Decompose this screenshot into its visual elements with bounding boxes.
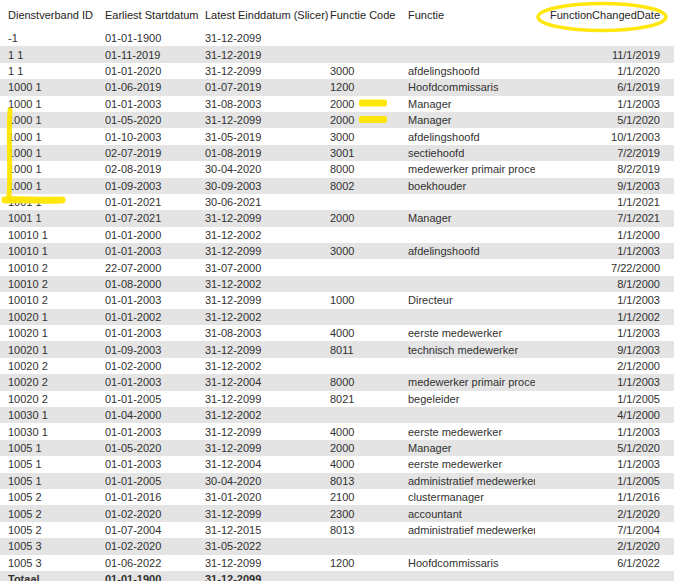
cell-dienstverband-id[interactable]: 1 1 [0,63,97,79]
cell-latest-einddatum[interactable]: 31-12-2099 [197,112,322,128]
cell-earliest-startdatum[interactable]: 01-01-1900 [97,30,197,46]
cell-functie[interactable] [400,358,535,374]
table-row[interactable]: 10030 101-04-200031-12-20024/1/2000 [0,407,674,423]
column-header-latest-einddatum[interactable]: Latest Einddatum (Slicer) [197,0,322,30]
cell-latest-einddatum[interactable]: 31-12-2099 [197,30,322,46]
cell-functie[interactable]: Hoofdcommissaris [400,79,535,95]
cell-functionchangeddate[interactable]: 6/1/2022 [535,555,674,571]
cell-dienstverband-id[interactable]: 10030 1 [0,407,97,423]
cell-functionchangeddate[interactable]: 2/1/2020 [535,505,674,521]
cell-dienstverband-id[interactable]: 1000 1 [0,178,97,194]
table-row[interactable]: 1 101-11-201931-12-201911/1/2019 [0,46,674,62]
cell-functie-code[interactable]: 8002 [322,178,400,194]
cell-functie[interactable]: Manager [400,210,535,226]
cell-functie[interactable]: Manager [400,440,535,456]
column-header-dienstverband-id[interactable]: Dienstverband ID [0,0,97,30]
cell-dienstverband-id[interactable]: 1005 2 [0,489,97,505]
cell-functionchangeddate[interactable]: 1/1/2005 [535,473,674,489]
table-row[interactable]: 10010 101-01-200031-12-20021/1/2000 [0,227,674,243]
cell-functie[interactable]: Manager [400,96,535,112]
cell-functie[interactable] [400,46,535,62]
cell-functie-code[interactable] [322,407,400,423]
cell-latest-einddatum[interactable]: 31-12-2099 [197,391,322,407]
cell-earliest-startdatum[interactable]: 01-07-2004 [97,522,197,538]
cell-latest-einddatum[interactable]: 31-07-2000 [197,259,322,275]
table-row[interactable]: 10020 201-01-200331-12-20048000medewerke… [0,374,674,390]
cell-functie[interactable]: eerste medewerker [400,325,535,341]
cell-functionchangeddate[interactable]: 1/1/2003 [535,325,674,341]
cell-functie[interactable]: Hoofdcommissaris [400,555,535,571]
table-row[interactable]: 1000 102-08-201930-04-20208000medewerker… [0,161,674,177]
cell-dienstverband-id[interactable]: 10020 2 [0,374,97,390]
table-row[interactable]: 10010 101-01-200331-12-20993000afdelings… [0,243,674,259]
cell-functie-code[interactable] [322,538,400,554]
cell-functionchangeddate[interactable]: 10/1/2003 [535,128,674,144]
table-row[interactable]: 1005 201-07-200431-12-20158013administra… [0,522,674,538]
cell-dienstverband-id[interactable]: 1005 2 [0,522,97,538]
total-row[interactable]: Totaal01-01-190031-12-2099 [0,571,674,581]
cell-functionchangeddate[interactable]: 7/1/2004 [535,522,674,538]
cell-functie-code[interactable]: 2000 [322,210,400,226]
cell-functie-code[interactable]: 4000 [322,325,400,341]
column-header-functionchangeddate[interactable]: FunctionChangedDate [535,0,674,30]
cell-functie[interactable]: administratief medewerker [400,522,535,538]
cell-functie-code[interactable]: 8000 [322,374,400,390]
cell-dienstverband-id[interactable]: 10020 2 [0,358,97,374]
cell-latest-einddatum[interactable]: 30-04-2020 [197,473,322,489]
table-row[interactable]: 10010 201-01-200331-12-20991000Directeur… [0,292,674,308]
cell-latest-einddatum[interactable]: 30-04-2020 [197,161,322,177]
cell-functionchangeddate[interactable]: 9/1/2003 [535,341,674,357]
cell-functie-code[interactable]: 3000 [322,243,400,259]
cell-dienstverband-id[interactable]: 10020 1 [0,325,97,341]
cell-earliest-startdatum[interactable]: 01-01-2003 [97,292,197,308]
cell-functie-code[interactable] [322,358,400,374]
cell-dienstverband-id[interactable]: -1 [0,30,97,46]
cell-latest-einddatum[interactable]: 31-08-2003 [197,325,322,341]
table-row[interactable]: 1005 201-01-201631-01-20202100clusterman… [0,489,674,505]
column-header-earliest-startdatum[interactable]: Earliest Startdatum [97,0,197,30]
table-row[interactable]: 1000 101-01-200331-08-20032000Manager1/1… [0,96,674,112]
cell-earliest-startdatum[interactable]: 01-09-2003 [97,178,197,194]
cell-dienstverband-id[interactable]: 1000 1 [0,79,97,95]
cell-latest-einddatum[interactable]: 31-12-2099 [197,63,322,79]
cell-latest-einddatum[interactable]: 31-12-2002 [197,309,322,325]
table-row[interactable]: 1005 101-01-200530-04-20208013administra… [0,473,674,489]
cell-earliest-startdatum[interactable]: 01-01-2003 [97,96,197,112]
cell-dienstverband-id[interactable]: 1005 3 [0,538,97,554]
table-row[interactable]: 1005 101-05-202031-12-20992000Manager5/1… [0,440,674,456]
cell-latest-einddatum[interactable]: 31-12-2002 [197,358,322,374]
cell-earliest-startdatum[interactable]: 02-08-2019 [97,161,197,177]
cell-latest-einddatum[interactable]: 31-12-2099 [197,505,322,521]
cell-functie[interactable]: begeleider [400,391,535,407]
cell-earliest-startdatum[interactable]: 01-10-2003 [97,128,197,144]
cell-functie[interactable]: Directeur [400,292,535,308]
cell-dienstverband-id[interactable]: 10020 1 [0,309,97,325]
cell-functie[interactable] [400,227,535,243]
cell-functie-code[interactable]: 3000 [322,128,400,144]
cell-functionchangeddate[interactable]: 1/1/2005 [535,391,674,407]
cell-functie-code[interactable]: 3001 [322,145,400,161]
cell-latest-einddatum[interactable]: 31-05-2022 [197,538,322,554]
cell-dienstverband-id[interactable]: 10010 1 [0,227,97,243]
table-row[interactable]: 1000 101-05-202031-12-20992000Manager5/1… [0,112,674,128]
cell-functionchangeddate[interactable]: 1/1/2003 [535,292,674,308]
cell-dienstverband-id[interactable]: 1 1 [0,46,97,62]
cell-earliest-startdatum[interactable]: 01-01-2005 [97,473,197,489]
table-row[interactable]: -101-01-190031-12-2099 [0,30,674,46]
cell-latest-einddatum[interactable]: 31-08-2003 [197,96,322,112]
cell-functionchangeddate[interactable]: 1/1/2016 [535,489,674,505]
cell-earliest-startdatum[interactable]: 01-01-2020 [97,63,197,79]
cell-latest-einddatum[interactable]: 31-12-2002 [197,227,322,243]
cell-dienstverband-id[interactable]: 1000 1 [0,112,97,128]
cell-functie[interactable]: sectiehoofd [400,145,535,161]
cell-dienstverband-id[interactable]: 1000 1 [0,128,97,144]
cell-functie-code[interactable]: 4000 [322,456,400,472]
cell-functie-code[interactable] [322,194,400,210]
cell-earliest-startdatum[interactable]: 01-06-2022 [97,555,197,571]
cell-latest-einddatum[interactable]: 31-12-2015 [197,522,322,538]
cell-earliest-startdatum[interactable]: 02-07-2019 [97,145,197,161]
cell-dienstverband-id[interactable]: 1000 1 [0,145,97,161]
cell-earliest-startdatum[interactable]: 01-06-2019 [97,79,197,95]
cell-functionchangeddate[interactable]: 1/1/2002 [535,309,674,325]
table-row[interactable]: 1001 101-01-202130-06-20211/1/2021 [0,194,674,210]
